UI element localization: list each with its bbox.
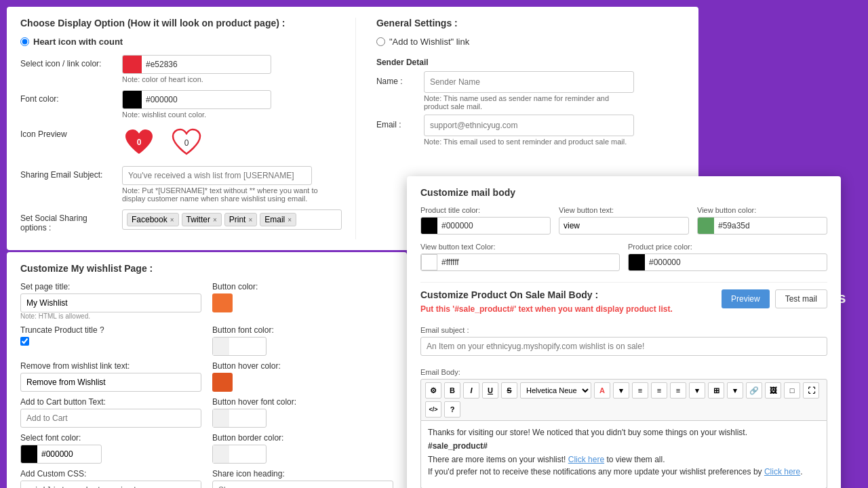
wishlist-page-panel: Customize My wishlist Page : Set page ti… [7, 252, 407, 488]
button-hover-color-swatch[interactable] [212, 373, 233, 392]
custom-css-input[interactable]: .wishlist-product-variants > div.sa_pro_… [20, 481, 201, 488]
font-color-input[interactable]: #000000 [122, 90, 271, 109]
sale-note-highlight: #sale_product# [454, 304, 514, 314]
share-icon-heading-field: Share icon heading: [212, 469, 393, 488]
icon-color-swatch [123, 55, 142, 74]
toolbar-italic-btn[interactable]: I [463, 382, 479, 399]
toolbar-fullscreen-btn[interactable]: ⛶ [803, 382, 819, 399]
view-btn-text-color-label: View button text Color: [420, 243, 620, 251]
tag-facebook-remove[interactable]: × [170, 216, 174, 224]
tag-print[interactable]: Print × [224, 213, 258, 226]
toolbar-table-arrow[interactable]: ▾ [727, 382, 743, 399]
editor-line-3: There are more items on your wishlist! C… [428, 455, 820, 464]
tag-print-label: Print [229, 215, 246, 224]
tag-print-remove[interactable]: × [248, 216, 252, 224]
remove-input[interactable] [20, 373, 201, 392]
toolbar-video-btn[interactable]: □ [784, 382, 800, 399]
toolbar-ol-btn[interactable]: ≡ [651, 382, 667, 399]
tag-email-remove[interactable]: × [288, 216, 292, 224]
product-price-color-input[interactable]: #000000 [628, 253, 827, 271]
heart-icon-radio[interactable] [20, 37, 29, 46]
email-subject-input[interactable] [122, 166, 312, 185]
test-mail-button[interactable]: Test mail [775, 289, 827, 308]
button-font-color-field: Button font color: [212, 325, 393, 356]
font-select[interactable]: Helvetica Neue [520, 382, 591, 399]
tag-twitter-remove[interactable]: × [213, 216, 217, 224]
toolbar-special-btn[interactable]: ⚙ [425, 382, 441, 399]
view-btn-text-color-input[interactable]: #ffffff [420, 253, 620, 271]
sale-note-prefix: Put this ' [420, 304, 454, 314]
truncate-checkbox[interactable] [20, 337, 29, 346]
wishlist-link-label: "Add to Wishlist" link [389, 37, 469, 47]
button-hover-font-input[interactable] [212, 409, 267, 428]
toolbar-strike-btn[interactable]: S [501, 382, 517, 399]
font-color-input-row[interactable]: #000000 [20, 445, 102, 464]
editor-toolbar: ⚙ B I U S Helvetica Neue A ▾ ≡ ≡ ≡ ▾ ⊞ ▾… [420, 379, 827, 421]
social-tag-input[interactable]: Facebook × Twitter × Print × Email × [122, 209, 342, 230]
wishlist-link-row[interactable]: "Add to Wishlist" link [376, 37, 685, 47]
sale-section-header: Customize Product On Sale Mail Body : Pu… [420, 289, 827, 321]
tag-facebook[interactable]: Facebook × [127, 213, 179, 226]
view-btn-text-input[interactable] [559, 217, 689, 235]
toolbar-help-btn[interactable]: ? [444, 401, 460, 418]
editor-body[interactable]: Thanks for visiting our store! We notice… [420, 421, 827, 488]
custom-css-field: Add Custom CSS: .wishlist-product-varian… [20, 469, 201, 488]
page-title-label: Set page title: [20, 282, 201, 291]
toolbar-font-color-btn[interactable]: A [594, 382, 610, 399]
click-here-link-1[interactable]: Click here [568, 455, 604, 464]
sender-email-input[interactable] [424, 115, 634, 136]
tag-twitter[interactable]: Twitter × [182, 213, 222, 226]
editor-line-1: Thanks for visiting our store! We notice… [428, 428, 820, 437]
mail-action-buttons: Preview Test mail [722, 289, 827, 308]
view-btn-color-input[interactable]: #59a35d [697, 217, 827, 235]
preview-button[interactable]: Preview [722, 289, 770, 308]
tag-email[interactable]: Email × [260, 213, 296, 226]
toolbar-underline-btn[interactable]: U [482, 382, 498, 399]
social-sharing-label: Set Social Sharing options : [20, 209, 115, 232]
font-color-label: Font color: [20, 90, 115, 104]
toolbar-font-color-arrow[interactable]: ▾ [613, 382, 629, 399]
button-border-color-input[interactable] [212, 445, 267, 464]
toolbar-bold-btn[interactable]: B [444, 382, 460, 399]
button-hover-font-field: Button hover font color: [212, 397, 393, 428]
icon-color-input[interactable]: #e52836 [122, 55, 271, 74]
editor-line-2: #sale_product# [428, 441, 820, 451]
view-btn-color-value: #59a35d [714, 221, 827, 230]
truncate-checkbox-row[interactable] [20, 337, 201, 346]
font-color-group: #000000 Note: wishlist count color. [122, 90, 342, 119]
toolbar-image-btn[interactable]: 🖼 [765, 382, 781, 399]
email-field-group: Note: This email used to sent reminder a… [424, 115, 634, 146]
view-btn-text-swatch [421, 254, 437, 270]
mail-body-overlay: Customize mail body Product title color:… [407, 176, 841, 488]
product-title-color-input[interactable]: #000000 [420, 217, 551, 235]
mail-color-grid: Product title color: #000000 View button… [420, 206, 827, 235]
toolbar-align-arrow[interactable]: ▾ [689, 382, 705, 399]
icon-color-label: Select icon / link color: [20, 55, 115, 68]
icon-color-row: Select icon / link color: #e52836 Note: … [20, 55, 342, 83]
heart-icon-radio-row[interactable]: Heart icon with count [20, 37, 342, 47]
toolbar-html-btn[interactable]: </> [425, 401, 441, 418]
toolbar-ul-btn[interactable]: ≡ [632, 382, 648, 399]
button-font-color-label: Button font color: [212, 325, 393, 335]
button-color-swatch[interactable] [212, 293, 233, 312]
button-border-color-field: Button border color: [212, 433, 393, 464]
wishlist-link-radio[interactable] [376, 37, 385, 46]
email-subject-input[interactable] [420, 337, 827, 356]
view-btn-text-color-value: #ffffff [437, 258, 619, 267]
toolbar-link-btn[interactable]: 🔗 [746, 382, 762, 399]
sender-name-input[interactable] [424, 71, 634, 93]
product-price-color-label: Product price color: [628, 243, 827, 251]
toolbar-table-btn[interactable]: ⊞ [708, 382, 724, 399]
product-price-color-value: #000000 [645, 258, 827, 267]
font-color-row: Font color: #000000 Note: wishlist count… [20, 90, 342, 119]
toolbar-align-btn[interactable]: ≡ [670, 382, 686, 399]
tag-facebook-label: Facebook [132, 215, 167, 224]
button-font-color-input[interactable] [212, 337, 267, 356]
product-price-swatch [629, 254, 645, 270]
add-to-cart-input[interactable] [20, 409, 201, 428]
click-here-link-2[interactable]: Click here [764, 467, 800, 476]
tag-email-label: Email [264, 215, 285, 224]
custom-css-label: Add Custom CSS: [20, 469, 201, 479]
share-icon-heading-input[interactable] [212, 481, 393, 488]
page-title-input[interactable] [20, 293, 201, 312]
